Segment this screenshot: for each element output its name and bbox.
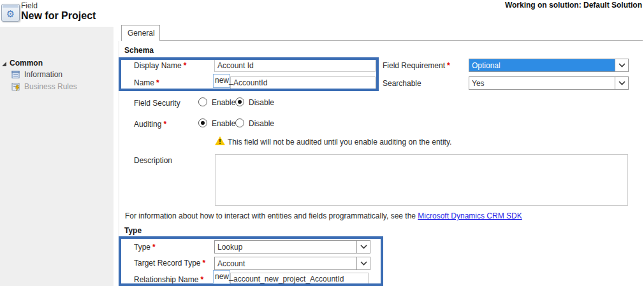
auditing-enable-label: Enable: [212, 119, 235, 128]
working-on-solution: Working on solution: Default Solution: [505, 1, 642, 10]
required-marker: *: [163, 120, 166, 129]
page-title: New for Project: [21, 10, 96, 22]
tree-expander-icon[interactable]: [2, 62, 6, 66]
name-prefix: new_: [213, 74, 230, 88]
sidebar-item-business-rules[interactable]: Business Rules: [11, 82, 77, 91]
field-requirement-label: Field Requirement*: [383, 61, 450, 70]
field-requirement-value: Optional: [469, 59, 615, 71]
field-security-label: Field Security: [134, 99, 180, 108]
sidebar-item-information[interactable]: Information: [11, 70, 62, 79]
field-requirement-select[interactable]: Optional: [469, 59, 629, 72]
searchable-label: Searchable: [383, 79, 421, 88]
sidebar-item-label: Information: [24, 70, 62, 79]
information-icon: [11, 70, 20, 79]
required-marker: *: [447, 61, 450, 70]
audit-warning-text: This field will not be audited until you…: [228, 138, 451, 147]
field-security-disable-label: Disable: [249, 98, 274, 107]
schema-highlight-box: [119, 57, 379, 91]
type-highlight-box: [119, 236, 383, 286]
field-security-enable-radio[interactable]: [198, 97, 207, 106]
section-heading-type: Type: [124, 226, 142, 235]
sidebar: Common Information Business Rules: [0, 27, 113, 286]
chevron-down-icon[interactable]: [615, 59, 628, 71]
auditing-enable-radio[interactable]: [198, 118, 207, 127]
description-textarea[interactable]: [215, 154, 628, 206]
description-label: Description: [134, 156, 172, 165]
auditing-disable-label: Disable: [249, 119, 274, 128]
relationship-name-prefix: new_: [213, 270, 230, 284]
sdk-link[interactable]: Microsoft Dynamics CRM SDK: [418, 211, 522, 220]
auditing-disable-radio[interactable]: [235, 118, 244, 127]
sidebar-group-common[interactable]: Common: [10, 59, 43, 68]
field-entity-icon: ⚙: [1, 4, 20, 22]
entity-type-label: Field: [21, 1, 38, 10]
sidebar-item-label: Business Rules: [24, 82, 77, 91]
warning-icon: [215, 136, 225, 145]
tab-divider-line: [160, 40, 643, 41]
gear-icon: ⚙: [6, 9, 15, 18]
searchable-select[interactable]: Yes: [469, 76, 629, 90]
section-heading-schema: Schema: [124, 46, 154, 55]
sdk-info-line: For information about how to interact wi…: [125, 211, 522, 220]
tab-general-label: General: [128, 29, 155, 38]
field-security-disable-radio[interactable]: [235, 97, 244, 106]
searchable-value: Yes: [469, 77, 615, 89]
tab-general[interactable]: General: [121, 25, 160, 41]
chevron-down-icon[interactable]: [615, 77, 628, 89]
field-security-enable-label: Enable: [212, 98, 235, 107]
auditing-label: Auditing*: [134, 120, 166, 129]
business-rules-icon: [11, 82, 20, 91]
